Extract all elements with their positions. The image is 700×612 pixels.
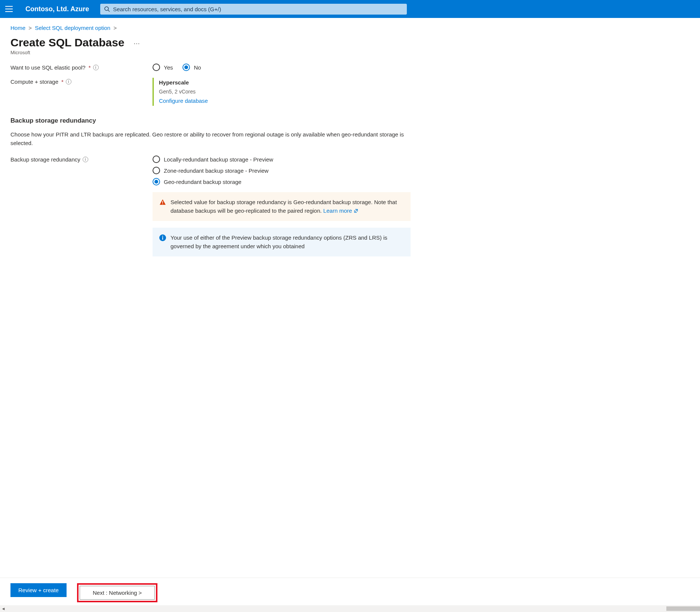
callout-warning-geo: Selected value for backup storage redund… <box>153 192 411 221</box>
label-elastic-pool: Want to use SQL elastic pool? * i <box>10 64 153 71</box>
required-marker: * <box>88 64 91 71</box>
required-marker: * <box>61 79 64 85</box>
radio-circle-icon <box>182 64 190 71</box>
radio-label: Geo-redundant backup storage <box>164 179 242 185</box>
callout-warning-text: Selected value for backup storage redund… <box>171 198 404 215</box>
global-search[interactable] <box>100 4 407 15</box>
elastic-pool-radio-group: Yes No <box>153 64 438 71</box>
breadcrumb-deployment[interactable]: Select SQL deployment option <box>35 25 110 31</box>
page-title: Create SQL Database <box>10 36 125 49</box>
radio-circle-icon <box>153 167 160 174</box>
svg-rect-2 <box>162 201 163 203</box>
search-input[interactable] <box>113 6 403 12</box>
radio-elastic-yes[interactable]: Yes <box>153 64 173 71</box>
row-backup-redundancy: Backup storage redundancy i Locally-redu… <box>10 156 438 185</box>
radio-label: Zone-redundant backup storage - Preview <box>164 167 268 174</box>
compute-spec: Gen5, 2 vCores <box>159 87 438 96</box>
configure-database-link[interactable]: Configure database <box>159 98 208 104</box>
callout-info-preview: Your use of either of the Preview backup… <box>153 228 411 256</box>
compute-summary: Hyperscale Gen5, 2 vCores Configure data… <box>153 78 438 106</box>
radio-backup-zone[interactable]: Zone-redundant backup storage - Preview <box>153 167 268 174</box>
backup-redundancy-radio-group: Locally-redundant backup storage - Previ… <box>153 156 438 185</box>
page-header: Create SQL Database … Microsoft <box>10 36 438 55</box>
info-icon <box>159 234 166 241</box>
external-link-icon <box>354 207 358 212</box>
portal-brand[interactable]: Contoso, Ltd. Azure <box>22 5 93 13</box>
radio-circle-icon <box>153 64 160 71</box>
svg-rect-3 <box>162 203 163 204</box>
info-icon[interactable]: i <box>83 157 88 162</box>
section-backup-description: Choose how your PITR and LTR backups are… <box>10 130 407 147</box>
radio-label: No <box>194 64 201 71</box>
breadcrumb-home[interactable]: Home <box>10 25 25 31</box>
row-compute-storage: Compute + storage * i Hyperscale Gen5, 2… <box>10 78 438 106</box>
label-compute-storage: Compute + storage * i <box>10 78 153 85</box>
info-icon[interactable]: i <box>93 65 99 70</box>
warning-text: Selected value for backup storage redund… <box>171 199 397 214</box>
search-icon <box>104 6 110 12</box>
svg-rect-5 <box>162 237 163 240</box>
compute-tier: Hyperscale <box>159 78 438 87</box>
search-wrapper <box>100 4 407 15</box>
breadcrumb-sep: > <box>112 25 118 31</box>
label-elastic-pool-text: Want to use SQL elastic pool? <box>10 64 86 71</box>
radio-circle-icon <box>153 156 160 163</box>
page-content: Home > Select SQL deployment option > Cr… <box>0 18 449 294</box>
svg-point-0 <box>105 7 108 10</box>
svg-point-6 <box>162 236 163 237</box>
warning-icon <box>159 199 166 206</box>
callout-info-text: Your use of either of the Preview backup… <box>171 234 404 250</box>
field-compute-storage: Hyperscale Gen5, 2 vCores Configure data… <box>153 78 438 106</box>
radio-label: Yes <box>164 64 173 71</box>
breadcrumb-sep: > <box>27 25 33 31</box>
breadcrumb: Home > Select SQL deployment option > <box>10 25 438 31</box>
row-elastic-pool: Want to use SQL elastic pool? * i Yes No <box>10 64 438 71</box>
page-subtitle: Microsoft <box>10 50 438 55</box>
info-icon[interactable]: i <box>66 79 71 84</box>
learn-more-text: Learn more <box>323 207 352 214</box>
field-elastic-pool: Yes No <box>153 64 438 71</box>
more-actions-icon[interactable]: … <box>133 38 140 46</box>
section-backup-heading: Backup storage redundancy <box>10 117 438 124</box>
label-backup-text: Backup storage redundancy <box>10 156 80 163</box>
svg-line-1 <box>108 10 110 12</box>
radio-label: Locally-redundant backup storage - Previ… <box>164 156 273 163</box>
field-backup-redundancy: Locally-redundant backup storage - Previ… <box>153 156 438 185</box>
hamburger-menu-icon[interactable] <box>4 4 14 14</box>
topbar: Contoso, Ltd. Azure <box>0 0 700 18</box>
radio-circle-icon <box>153 178 160 185</box>
radio-backup-geo[interactable]: Geo-redundant backup storage <box>153 178 242 185</box>
radio-backup-local[interactable]: Locally-redundant backup storage - Previ… <box>153 156 273 163</box>
label-backup-redundancy: Backup storage redundancy i <box>10 156 153 163</box>
learn-more-link[interactable]: Learn more <box>323 207 358 214</box>
radio-elastic-no[interactable]: No <box>182 64 201 71</box>
label-compute-text: Compute + storage <box>10 79 58 85</box>
